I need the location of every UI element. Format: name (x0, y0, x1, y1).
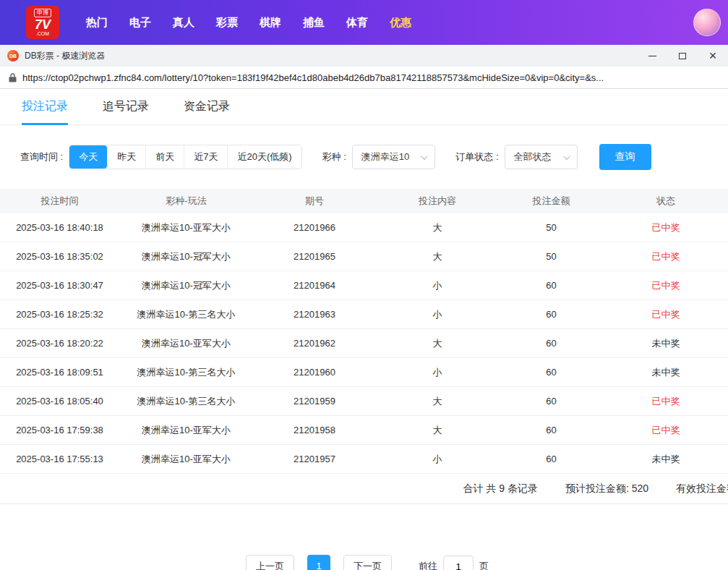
browser-window-title: DB彩票 - 极速浏览器 (25, 50, 105, 62)
order-status-select[interactable]: 全部状态 (505, 145, 578, 169)
table-row: 2025-03-16 18:05:40 澳洲幸运10-第三名大小 2120195… (0, 387, 728, 416)
chevron-down-icon (562, 153, 570, 160)
url-field[interactable]: https://ctop02pchwp1.zfnc84.com/lottery/… (22, 72, 719, 83)
nav-menu: 热门 电子 真人 彩票 棋牌 捕鱼 体育 优惠 (75, 16, 422, 30)
current-page[interactable]: 1 (307, 555, 330, 570)
site-logo-sub-text: .COM (36, 31, 49, 36)
nav-item-sports[interactable]: 体育 (335, 16, 379, 30)
nav-item-hot[interactable]: 热门 (75, 16, 119, 30)
time-option-today[interactable]: 今天 (69, 145, 107, 169)
header-status: 状态 (604, 195, 728, 208)
chevron-down-icon (421, 153, 428, 160)
summary-expected-amount: 预计投注金额: 520 (565, 482, 648, 495)
table-header-row: 投注时间 彩种-玩法 期号 投注内容 投注金额 状态 (0, 189, 728, 213)
bet-amount: 60 (499, 396, 604, 407)
next-page-button[interactable]: 下一页 (343, 555, 392, 570)
bet-time: 2025-03-16 18:30:47 (0, 280, 119, 291)
bet-amount: 60 (499, 367, 604, 378)
time-option-7days[interactable]: 近7天 (184, 145, 227, 169)
lottery-type-label: 彩种 : (322, 150, 346, 163)
browser-titlebar: DB DB彩票 - 极速浏览器 × (0, 45, 728, 67)
bet-game: 澳洲幸运10-亚军大小 (119, 221, 253, 234)
maximize-button[interactable] (667, 45, 698, 67)
query-time-label: 查询时间 : (20, 150, 63, 163)
header-game: 彩种-玩法 (119, 195, 253, 208)
maximize-icon (679, 53, 686, 59)
nav-item-live[interactable]: 真人 (162, 16, 205, 30)
time-option-yesterday[interactable]: 昨天 (107, 145, 145, 169)
bet-time: 2025-03-16 18:09:51 (0, 367, 119, 378)
bet-amount: 50 (499, 222, 604, 233)
status-badge: 未中奖 (604, 453, 728, 466)
status-badge: 未中奖 (604, 366, 728, 379)
bet-amount: 60 (499, 309, 604, 320)
status-badge: 未中奖 (604, 337, 728, 350)
time-option-20days[interactable]: 近20天(低频) (227, 145, 301, 169)
table-row: 2025-03-16 17:55:13 澳洲幸运10-亚军大小 21201957… (0, 445, 728, 474)
bet-issue: 21201965 (253, 251, 376, 262)
bet-content: 小 (376, 308, 499, 321)
filter-row: 查询时间 : 今天 昨天 前天 近7天 近20天(低频) 彩种 : 澳洲幸运10… (20, 144, 728, 170)
order-status-label: 订单状态 : (455, 150, 498, 163)
bet-content: 大 (376, 221, 499, 234)
site-logo[interactable]: 申博 7V .COM (26, 6, 59, 39)
goto-page-input[interactable] (443, 556, 474, 570)
nav-item-promo[interactable]: 优惠 (379, 16, 422, 30)
table-row: 2025-03-16 17:59:38 澳洲幸运10-亚军大小 21201958… (0, 416, 728, 445)
nav-item-fishing[interactable]: 捕鱼 (292, 16, 335, 30)
pagination: 上一页 1 下一页 前往 页 (0, 555, 728, 570)
bet-records-table: 投注时间 彩种-玩法 期号 投注内容 投注金额 状态 2025-03-16 18… (0, 189, 728, 504)
bet-issue: 21201959 (253, 396, 376, 407)
table-row: 2025-03-16 18:20:22 澳洲幸运10-亚军大小 21201962… (0, 329, 728, 358)
minimize-button[interactable] (637, 45, 667, 67)
header-bet-content: 投注内容 (376, 195, 499, 208)
summary-valid-amount: 有效投注金额: (676, 482, 728, 495)
time-range-group: 今天 昨天 前天 近7天 近20天(低频) (69, 145, 301, 169)
lottery-type-select[interactable]: 澳洲幸运10 (352, 145, 435, 169)
bet-game: 澳洲幸运10-第三名大小 (119, 308, 253, 321)
bet-game: 澳洲幸运10-亚军大小 (119, 453, 253, 466)
time-option-daybefore[interactable]: 前天 (145, 145, 184, 169)
bet-content: 小 (376, 453, 499, 466)
close-button[interactable]: × (698, 45, 728, 67)
goto-page-suffix: 页 (479, 560, 489, 570)
bet-time: 2025-03-16 18:40:18 (0, 222, 119, 233)
bet-time: 2025-03-16 18:05:40 (0, 396, 119, 407)
prev-page-button[interactable]: 上一页 (246, 555, 294, 570)
lottery-type-value: 澳洲幸运10 (361, 150, 409, 163)
nav-item-slots[interactable]: 电子 (119, 16, 162, 30)
bet-game: 澳洲幸运10-第三名大小 (119, 395, 253, 408)
search-button[interactable]: 查询 (599, 144, 651, 170)
bet-content: 大 (376, 424, 499, 437)
table-summary-row: 合计 共 9 条记录 预计投注金额: 520 有效投注金额: (0, 474, 728, 504)
user-avatar[interactable] (693, 9, 721, 36)
order-status-value: 全部状态 (514, 150, 552, 163)
bet-time: 2025-03-16 18:35:02 (0, 251, 119, 262)
bet-time: 2025-03-16 18:20:22 (0, 338, 119, 349)
lock-icon (9, 73, 17, 82)
bet-amount: 50 (499, 251, 604, 262)
bet-amount: 60 (499, 454, 604, 464)
status-badge: 已中奖 (604, 308, 728, 321)
header-bet-time: 投注时间 (0, 195, 119, 208)
bet-content: 大 (376, 395, 499, 408)
status-badge: 已中奖 (604, 221, 728, 234)
status-badge: 已中奖 (604, 279, 728, 292)
minimize-icon (648, 56, 656, 56)
record-tabs: 投注记录 追号记录 资金记录 (0, 89, 728, 125)
nav-item-lottery[interactable]: 彩票 (205, 16, 249, 30)
table-row: 2025-03-16 18:40:18 澳洲幸运10-亚军大小 21201966… (0, 213, 728, 242)
tab-chase-records[interactable]: 追号记录 (103, 89, 149, 124)
table-row: 2025-03-16 18:30:47 澳洲幸运10-冠军大小 21201964… (0, 271, 728, 300)
bet-game: 澳洲幸运10-冠军大小 (119, 279, 253, 292)
tab-bet-records[interactable]: 投注记录 (22, 89, 68, 124)
bet-content: 大 (376, 337, 499, 350)
tab-fund-records[interactable]: 资金记录 (184, 89, 230, 124)
status-badge: 已中奖 (604, 424, 728, 437)
top-nav: 申博 7V .COM 热门 电子 真人 彩票 棋牌 捕鱼 体育 优惠 (0, 0, 728, 45)
nav-item-cards[interactable]: 棋牌 (249, 16, 292, 30)
bet-content: 大 (376, 250, 499, 263)
table-row: 2025-03-16 18:25:32 澳洲幸运10-第三名大小 2120196… (0, 300, 728, 329)
bet-amount: 60 (499, 280, 604, 291)
bet-issue: 21201963 (253, 309, 376, 320)
